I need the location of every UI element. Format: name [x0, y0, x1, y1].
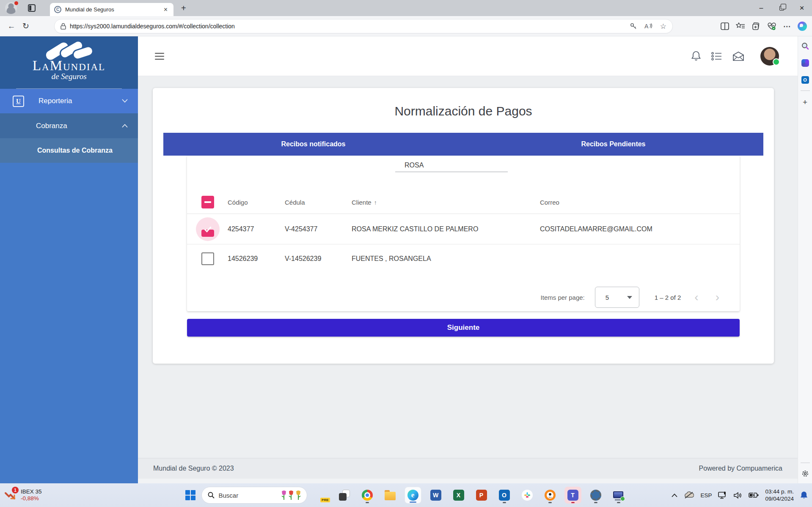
taskbar-chrome[interactable] — [359, 487, 376, 504]
app-sidebar: LaMundial de Seguros U Reporteria Cobran… — [0, 36, 138, 483]
hamburger-menu-icon[interactable] — [155, 53, 164, 60]
language-indicator[interactable]: ESP — [700, 492, 712, 499]
chevron-up-icon — [122, 124, 128, 128]
battery-charging-icon[interactable] — [749, 492, 759, 498]
add-sidebar-item-icon[interactable]: + — [803, 98, 807, 107]
taskbar-slack[interactable] — [519, 487, 536, 504]
table-row[interactable]: 4254377 V-4254377 ROSA MERKIZ CASTILLO D… — [187, 214, 740, 244]
cell-cedula: V-4254377 — [285, 225, 352, 233]
close-button[interactable]: × — [792, 0, 812, 16]
brand-logo-block: LaMundial de Seguros — [0, 36, 138, 89]
tab-close-icon[interactable]: × — [162, 6, 169, 14]
password-key-icon[interactable] — [630, 22, 637, 30]
sidebar-filler — [0, 163, 138, 483]
tulips-doodle-icon[interactable] — [281, 490, 303, 501]
tab-title: Mundial de Seguros — [65, 6, 158, 13]
header-cedula[interactable]: Cédula — [285, 199, 352, 206]
taskbar-file-explorer[interactable] — [382, 487, 399, 504]
footer-powered-by: Powered by Compuamerica — [699, 465, 782, 472]
refresh-button[interactable]: ↻ — [19, 21, 33, 31]
sidebar-item-consultas-de-cobranza[interactable]: Consultas de Cobranza — [0, 138, 138, 163]
header-correo[interactable]: Correo — [540, 199, 740, 206]
taskbar-word[interactable]: W — [427, 487, 444, 504]
onedrive-paused-icon[interactable] — [684, 491, 694, 499]
favorite-star-icon[interactable]: ☆ — [660, 22, 666, 31]
back-button[interactable]: ← — [4, 22, 19, 31]
workspaces-icon[interactable] — [28, 4, 36, 12]
profile-notification-dot — [14, 1, 18, 5]
table-row[interactable]: 14526239 V-14526239 FUENTES , ROSANGELA — [187, 244, 740, 273]
edge-icon: e — [407, 490, 418, 501]
sidebar-item-cobranza[interactable]: Cobranza — [0, 113, 138, 138]
next-page-button[interactable]: › — [712, 291, 723, 303]
siguiente-button[interactable]: Siguiente — [187, 319, 740, 337]
taskbar-copilot[interactable]: PRE — [313, 487, 330, 504]
mail-icon[interactable] — [732, 51, 744, 61]
notifications-bell-icon[interactable] — [691, 51, 701, 62]
bing-search-icon[interactable] — [801, 42, 809, 50]
taskbar-powerpoint[interactable]: P — [473, 487, 490, 504]
header-cliente[interactable]: Cliente↑ — [352, 199, 540, 206]
copilot-icon[interactable] — [798, 22, 807, 31]
clock-date: 09/04/2024 — [765, 495, 794, 502]
notification-bell-icon[interactable] — [800, 491, 808, 499]
collections-icon[interactable] — [752, 22, 760, 30]
taskbar-task-view[interactable] — [336, 487, 353, 504]
restore-button[interactable] — [771, 0, 792, 16]
settings-more-icon[interactable]: ⋯ — [783, 22, 791, 31]
sidebar-settings-gear-icon[interactable] — [801, 470, 809, 477]
footer-copyright: Mundial de Seguro © 2023 — [153, 465, 234, 472]
paginator: Items per page: 5 1 – 2 of 2 ‹ › — [541, 287, 723, 308]
browser-titlebar: C Mundial de Seguros × + – × — [0, 0, 812, 16]
split-screen-icon[interactable] — [721, 22, 729, 30]
previous-page-button[interactable]: ‹ — [691, 291, 702, 303]
select-all-checkbox[interactable] — [201, 196, 214, 208]
page-content: Normalización de Pagos Recibos notificad… — [138, 76, 798, 458]
url-text[interactable]: https://sys2000.lamundialdeseguros.com/#… — [70, 23, 623, 30]
taskbar-excel[interactable]: X — [450, 487, 467, 504]
task-list-icon[interactable] — [711, 52, 722, 61]
header-codigo[interactable]: Código — [228, 199, 285, 206]
results-panel: ROSA Código Cédula Cliente↑ Correo — [187, 156, 740, 311]
tray-chevron-up-icon[interactable] — [672, 493, 677, 497]
taskbar-edge-active[interactable]: e — [405, 487, 421, 504]
outlook-sidebar-icon[interactable]: O — [801, 76, 809, 84]
taskbar-clock[interactable]: 03:44 p. m. 09/04/2024 — [765, 488, 794, 502]
taskbar-search[interactable]: Buscar — [201, 487, 307, 504]
microsoft365-icon[interactable] — [801, 59, 809, 67]
user-avatar[interactable] — [760, 47, 779, 66]
search-input[interactable]: ROSA — [395, 158, 508, 172]
tab-recibos-pendientes[interactable]: Recibos Pendientes — [463, 133, 763, 156]
volume-icon[interactable] — [734, 492, 742, 499]
receipts-tabbar: Recibos notificados Recibos Pendientes — [163, 133, 763, 156]
minimize-button[interactable]: – — [751, 0, 771, 16]
app-area: LaMundial de Seguros U Reporteria Cobran… — [0, 36, 812, 483]
start-button[interactable] — [185, 490, 195, 500]
sidebar-item-label: Consultas de Cobranza — [37, 147, 113, 154]
sidebar-item-label: Reporteria — [39, 97, 72, 105]
taskbar-openvpn[interactable] — [542, 487, 559, 504]
address-bar[interactable]: https://sys2000.lamundialdeseguros.com/#… — [54, 19, 673, 33]
favorites-list-icon[interactable] — [736, 22, 745, 30]
page-size-select[interactable]: 5 — [595, 287, 639, 308]
chevron-down-icon — [122, 99, 128, 103]
taskbar-teams[interactable]: T — [564, 487, 581, 504]
row-checkbox-unchecked[interactable] — [201, 252, 214, 265]
row-checkbox-checked[interactable] — [201, 230, 214, 237]
network-monitor-icon[interactable] — [718, 491, 727, 499]
sidebar-item-reporteria[interactable]: U Reporteria — [0, 89, 138, 113]
taskbar-center: Buscar PRE e W X P O T — [185, 483, 627, 507]
taskbar-settings[interactable] — [587, 487, 604, 504]
browser-essentials-icon[interactable] — [767, 22, 776, 30]
tab-recibos-notificados[interactable]: Recibos notificados — [163, 133, 463, 156]
taskbar-remote-desktop[interactable] — [610, 487, 627, 504]
browser-tab[interactable]: C Mundial de Seguros × — [50, 3, 173, 16]
widgets-button[interactable]: 1 IBEX 35 -0,88% — [4, 483, 42, 507]
cell-codigo: 4254377 — [228, 225, 285, 233]
edge-sidebar: O + — [798, 36, 812, 483]
taskbar-outlook[interactable]: O — [496, 487, 513, 504]
read-aloud-icon[interactable]: A — [644, 22, 653, 30]
new-tab-button[interactable]: + — [181, 3, 186, 13]
toolbar-right-icons: ⋯ — [721, 16, 812, 36]
cell-correo: COSITADELAMARRE@GMAIL.COM — [540, 225, 740, 233]
